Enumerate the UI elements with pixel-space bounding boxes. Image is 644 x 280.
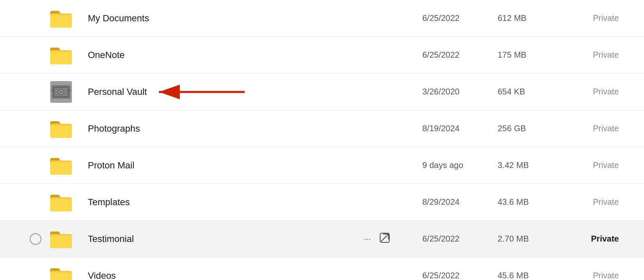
file-size: 654 KB	[498, 87, 565, 97]
file-name: Testimonial	[88, 234, 364, 244]
file-name: Proton Mail	[88, 160, 364, 171]
file-size: 256 GB	[498, 124, 565, 133]
file-row-testimonial[interactable]: Testimonial ··· 6/25/2022 2.70 MB Privat…	[0, 221, 644, 257]
file-size: 175 MB	[498, 50, 565, 60]
file-privacy: Private	[565, 234, 619, 244]
checkbox-circle[interactable]	[30, 233, 41, 245]
svg-point-5	[60, 91, 62, 93]
file-row-onenote[interactable]: OneNote 6/25/2022 175 MB Private	[0, 37, 644, 74]
file-date: 9 days ago	[422, 160, 498, 170]
file-privacy: Private	[565, 50, 619, 60]
file-name: Photographs	[88, 123, 364, 134]
file-name: Videos	[88, 270, 364, 280]
folder-icon	[50, 267, 79, 280]
file-privacy: Private	[565, 124, 619, 133]
red-arrow-svg	[155, 84, 247, 100]
file-date: 6/25/2022	[422, 13, 498, 23]
file-privacy: Private	[565, 87, 619, 97]
file-row-photographs[interactable]: Photographs 8/19/2024 256 GB Private	[0, 110, 644, 147]
vault-icon	[50, 81, 79, 103]
folder-icon	[50, 120, 79, 138]
file-name: Templates	[88, 197, 364, 208]
file-row-templates[interactable]: Templates 8/29/2024 43.6 MB Private	[0, 184, 644, 221]
file-privacy: Private	[565, 197, 619, 207]
file-row-videos[interactable]: Videos 6/25/2022 45.6 MB Private	[0, 257, 644, 280]
arrow-annotation	[155, 84, 247, 100]
file-row-personal-vault[interactable]: Personal Vault 3/26/2020 654 KB Private	[0, 74, 644, 110]
checkbox-area	[25, 233, 46, 245]
file-date: 6/25/2022	[422, 234, 498, 244]
svg-rect-7	[69, 89, 71, 92]
file-date: 3/26/2020	[422, 87, 498, 97]
file-size: 3.42 MB	[498, 160, 565, 170]
file-privacy: Private	[565, 271, 619, 280]
folder-icon	[50, 9, 79, 28]
file-privacy: Private	[565, 13, 619, 23]
file-date: 6/25/2022	[422, 271, 498, 280]
file-size: 2.70 MB	[498, 234, 565, 244]
file-date: 6/25/2022	[422, 50, 498, 60]
file-row-proton-mail[interactable]: Proton Mail 9 days ago 3.42 MB Private	[0, 147, 644, 184]
folder-icon	[50, 46, 79, 64]
more-button[interactable]: ···	[364, 234, 371, 244]
file-size: 43.6 MB	[498, 197, 565, 207]
folder-icon	[50, 156, 79, 175]
svg-rect-6	[51, 89, 53, 92]
file-date: 8/29/2024	[422, 197, 498, 207]
file-privacy: Private	[565, 160, 619, 170]
folder-icon	[50, 230, 79, 248]
file-name: My Documents	[88, 13, 364, 24]
file-row-my-documents[interactable]: My Documents 6/25/2022 612 MB Private	[0, 0, 644, 37]
folder-icon	[50, 193, 79, 211]
file-name: OneNote	[88, 50, 364, 61]
file-size: 45.6 MB	[498, 271, 565, 280]
file-size: 612 MB	[498, 13, 565, 23]
file-list: My Documents 6/25/2022 612 MB Private On…	[0, 0, 644, 280]
actions-area: ···	[364, 232, 406, 245]
share-button[interactable]	[379, 232, 390, 245]
file-date: 8/19/2024	[422, 124, 498, 133]
